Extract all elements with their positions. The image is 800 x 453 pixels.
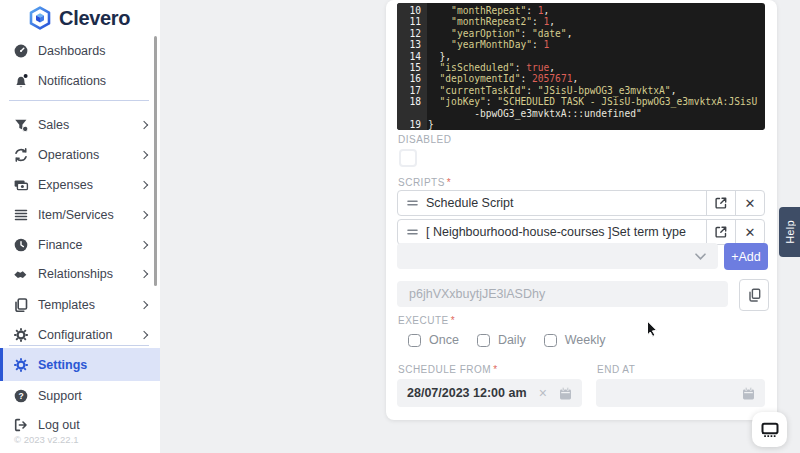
sidebar-item-dashboards[interactable]: Dashboards — [0, 36, 160, 66]
sidebar-item-label: Dashboards — [38, 44, 150, 58]
remove-script-button[interactable]: ✕ — [735, 220, 764, 244]
scripts-label: SCRIPTS* — [398, 177, 451, 188]
sidebar-item-notifications[interactable]: Notifications — [0, 66, 160, 96]
chevron-right-icon — [140, 301, 148, 309]
drag-handle-icon[interactable] — [407, 228, 418, 236]
end-at-label: END AT — [597, 364, 635, 375]
gauge-icon — [12, 43, 29, 60]
checkbox-label: Daily — [498, 333, 526, 347]
list-icon — [12, 207, 29, 224]
execute-option-daily[interactable]: Daily — [477, 333, 526, 347]
sidebar-item-templates[interactable]: Templates — [0, 290, 160, 320]
chevron-right-icon — [140, 270, 148, 278]
calendar-icon[interactable] — [559, 387, 572, 400]
script-title: [ Neighbourhood-house-courses ]Set term … — [426, 225, 706, 239]
clear-date-icon[interactable]: × — [539, 386, 547, 400]
sidebar-item-label: Log out — [38, 418, 150, 432]
version-text: © 2023 v2.22.1 — [14, 434, 79, 445]
sidebar-item-label: Templates — [38, 298, 141, 312]
sidebar-item-label: Support — [38, 389, 150, 403]
svg-text:?: ? — [18, 391, 23, 401]
disabled-checkbox[interactable] — [399, 149, 417, 167]
checkbox-label: Once — [429, 333, 459, 347]
sidebar-divider — [9, 345, 149, 346]
sidebar-scrollbar[interactable] — [154, 36, 157, 286]
sidebar-item-finance[interactable]: Finance — [0, 230, 160, 260]
calendar-icon[interactable] — [742, 387, 755, 400]
checkbox-label: Weekly — [565, 333, 606, 347]
sidebar-item-label: Settings — [38, 358, 150, 372]
sidebar: Clevero Dashboards Notifications Sales O… — [0, 0, 160, 453]
keyboard-icon — [760, 422, 780, 438]
sidebar-item-label: Sales — [38, 118, 141, 132]
sidebar-item-label: Configuration — [38, 328, 141, 342]
chevron-right-icon — [140, 241, 148, 249]
sidebar-item-label: Relationships — [38, 267, 141, 281]
checkbox-icon — [408, 334, 421, 347]
settings-detail-card: 10 "monthRepeat": 1,11 "monthRepeat2": 1… — [386, 0, 777, 420]
banknotes-icon — [12, 177, 29, 194]
sidebar-divider — [9, 100, 149, 101]
checkbox-icon — [544, 334, 557, 347]
script-row: [ Neighbourhood-house-courses ]Set term … — [397, 219, 765, 245]
execute-options: Once Daily Weekly — [408, 333, 605, 347]
sidebar-item-sales[interactable]: Sales — [0, 110, 160, 140]
open-script-button[interactable] — [706, 191, 735, 215]
copy-token-button[interactable] — [739, 279, 769, 311]
chevron-down-icon — [695, 253, 706, 260]
execute-option-weekly[interactable]: Weekly — [544, 333, 606, 347]
schedule-from-input[interactable]: 28/07/2023 12:00 am × — [397, 379, 582, 407]
sync-icon — [12, 147, 29, 164]
drag-handle-icon[interactable] — [407, 199, 418, 207]
sidebar-item-label: Finance — [38, 238, 141, 252]
funnel-icon — [12, 117, 29, 134]
execute-option-once[interactable]: Once — [408, 333, 459, 347]
code-lines: 10 "monthRepeat": 1,11 "monthRepeat2": 1… — [397, 5, 765, 130]
gear-icon — [12, 327, 29, 344]
code-editor[interactable]: 10 "monthRepeat": 1,11 "monthRepeat2": 1… — [397, 3, 765, 130]
chevron-right-icon — [140, 181, 148, 189]
handshake-icon — [12, 266, 29, 283]
execute-label: EXECUTE* — [398, 315, 455, 326]
chevron-right-icon — [140, 331, 148, 339]
chevron-right-icon — [140, 121, 148, 129]
chevron-right-icon — [140, 211, 148, 219]
logout-icon — [12, 417, 29, 434]
date-value: 28/07/2023 12:00 am — [407, 386, 539, 400]
question-icon: ? — [12, 388, 29, 405]
token-field[interactable]: p6jhVXxbuytjJE3lASDhy — [397, 281, 728, 307]
sidebar-item-item-services[interactable]: Item/Services — [0, 200, 160, 230]
brand-logo[interactable]: Clevero — [27, 5, 130, 31]
script-select-dropdown[interactable] — [397, 243, 718, 269]
sidebar-item-expenses[interactable]: Expenses — [0, 170, 160, 200]
close-icon: ✕ — [745, 226, 756, 239]
script-title: Schedule Script — [426, 196, 706, 210]
add-script-button[interactable]: +Add — [724, 243, 768, 270]
sidebar-item-settings[interactable]: Settings — [0, 348, 160, 381]
clock-icon — [12, 237, 29, 254]
script-row: Schedule Script ✕ — [397, 190, 765, 216]
disabled-label: DISABLED — [398, 134, 451, 145]
sidebar-item-label: Operations — [38, 148, 141, 162]
sidebar-item-label: Expenses — [38, 178, 141, 192]
copy-icon — [748, 288, 761, 302]
sidebar-item-operations[interactable]: Operations — [0, 140, 160, 170]
sidebar-item-label: Notifications — [38, 74, 150, 88]
keyboard-widget-button[interactable] — [752, 412, 787, 447]
clevero-cube-icon — [27, 5, 53, 31]
bell-icon — [12, 73, 29, 90]
required-asterisk: * — [493, 364, 497, 375]
pages-icon — [12, 297, 29, 314]
open-script-button[interactable] — [706, 220, 735, 244]
help-tab[interactable]: Help — [779, 207, 800, 257]
remove-script-button[interactable]: ✕ — [735, 191, 764, 215]
chevron-right-icon — [140, 151, 148, 159]
sidebar-item-relationships[interactable]: Relationships — [0, 259, 160, 289]
brand-name: Clevero — [59, 7, 130, 30]
end-at-input[interactable] — [596, 379, 765, 407]
required-asterisk: * — [447, 177, 451, 188]
required-asterisk: * — [451, 315, 455, 326]
sidebar-item-support[interactable]: ? Support — [0, 381, 160, 411]
schedule-from-label: SCHEDULE FROM* — [398, 364, 498, 375]
checkbox-icon — [477, 334, 490, 347]
